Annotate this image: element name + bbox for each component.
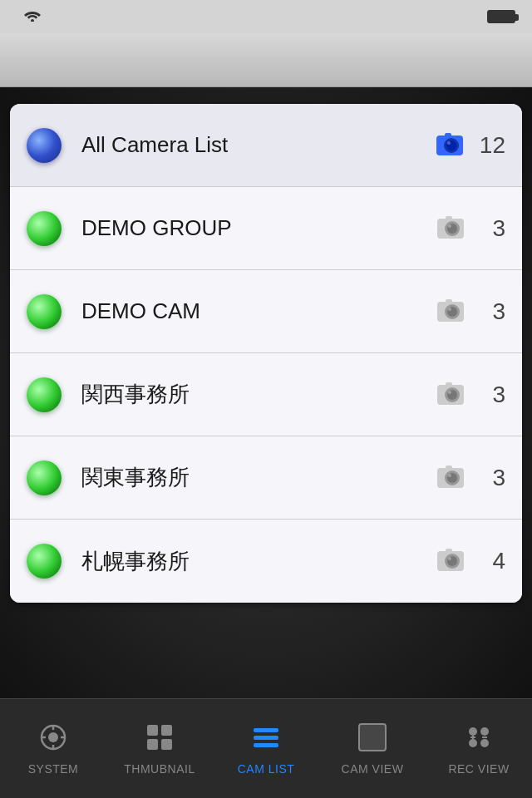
cam-icon-demo-group xyxy=(434,210,470,247)
list-item-demo-group[interactable]: DEMO GROUP 3 xyxy=(10,187,522,270)
item-count-demo-cam: 3 xyxy=(480,298,505,325)
thumbnail-icon xyxy=(144,722,175,757)
recview-icon xyxy=(463,722,495,757)
status-left xyxy=(17,8,42,25)
svg-rect-42 xyxy=(254,736,278,740)
svg-rect-30 xyxy=(446,549,452,553)
tab-bar: SYSTEM THMUBNAIL CAM LIST CAM VIEW REC V… xyxy=(0,698,532,798)
group-list: All Camera List 12DEMO GROUP 3DEMO CAM 3… xyxy=(10,104,522,603)
tab-system[interactable]: SYSTEM xyxy=(0,699,106,798)
svg-point-48 xyxy=(469,739,477,747)
svg-rect-40 xyxy=(161,739,172,750)
svg-rect-39 xyxy=(147,739,158,750)
camlist-icon xyxy=(250,722,282,757)
item-count-all-camera: 12 xyxy=(480,132,505,159)
svg-rect-43 xyxy=(254,743,278,747)
item-count-sapporo: 4 xyxy=(480,548,505,574)
item-label-demo-cam: DEMO CAM xyxy=(81,298,434,324)
item-count-demo-group: 3 xyxy=(480,215,505,242)
svg-point-47 xyxy=(480,727,489,736)
camview-label: CAM VIEW xyxy=(342,762,404,776)
item-label-kansai: 関西事務所 xyxy=(81,380,434,409)
status-dot-sapporo xyxy=(27,544,62,579)
thumbnail-label: THMUBNAIL xyxy=(124,762,195,776)
status-dot-demo-group xyxy=(27,211,62,246)
cam-icon-all-camera xyxy=(433,127,470,164)
wifi-icon xyxy=(23,8,42,25)
item-count-kansai: 3 xyxy=(480,382,505,408)
svg-rect-5 xyxy=(445,133,451,137)
system-icon xyxy=(37,722,69,757)
svg-point-14 xyxy=(448,308,451,311)
tab-thumbnail[interactable]: THMUBNAIL xyxy=(106,699,213,798)
list-item-sapporo[interactable]: 札幌事務所 4 xyxy=(10,520,522,603)
svg-point-46 xyxy=(469,727,477,736)
svg-rect-10 xyxy=(446,216,452,220)
nav-bar xyxy=(0,33,532,87)
svg-rect-25 xyxy=(446,466,452,470)
cam-icon-kanto xyxy=(434,460,470,496)
svg-rect-44 xyxy=(359,724,386,751)
recview-label: REC VIEW xyxy=(448,762,509,776)
status-dot-demo-cam xyxy=(27,294,62,329)
item-label-all-camera: All Camera List xyxy=(81,132,433,158)
svg-point-29 xyxy=(448,557,451,560)
status-dot-kansai xyxy=(27,377,62,412)
svg-rect-15 xyxy=(446,299,452,303)
main-content: All Camera List 12DEMO GROUP 3DEMO CAM 3… xyxy=(0,87,532,698)
system-label: SYSTEM xyxy=(28,762,79,776)
camview-icon xyxy=(357,722,388,757)
list-item-kanto[interactable]: 関東事務所 3 xyxy=(10,436,522,520)
item-label-kanto: 関東事務所 xyxy=(81,463,434,492)
item-label-demo-group: DEMO GROUP xyxy=(81,215,434,241)
tab-camview[interactable]: CAM VIEW xyxy=(319,699,426,798)
cam-icon-kansai xyxy=(434,377,470,413)
svg-point-4 xyxy=(447,141,451,145)
svg-point-9 xyxy=(448,224,451,228)
item-count-kanto: 3 xyxy=(480,465,505,491)
status-bar xyxy=(0,0,532,33)
svg-point-19 xyxy=(448,391,451,394)
svg-point-32 xyxy=(48,732,58,742)
tab-camlist[interactable]: CAM LIST xyxy=(213,699,319,798)
list-item-all-camera[interactable]: All Camera List 12 xyxy=(10,104,522,187)
svg-point-24 xyxy=(448,474,451,477)
battery-icon xyxy=(487,10,515,23)
svg-point-0 xyxy=(31,19,34,22)
svg-rect-38 xyxy=(161,725,172,736)
item-label-sapporo: 札幌事務所 xyxy=(81,547,434,576)
status-dot-kanto xyxy=(27,461,62,495)
svg-rect-41 xyxy=(254,728,278,732)
tab-recview[interactable]: REC VIEW xyxy=(426,699,532,798)
svg-point-49 xyxy=(480,739,489,747)
list-item-demo-cam[interactable]: DEMO CAM 3 xyxy=(10,270,522,353)
cam-icon-demo-cam xyxy=(434,293,470,330)
status-dot-all-camera xyxy=(27,128,62,163)
svg-rect-20 xyxy=(446,382,452,387)
cam-icon-sapporo xyxy=(434,543,470,579)
list-item-kansai[interactable]: 関西事務所 3 xyxy=(10,353,522,436)
camlist-label: CAM LIST xyxy=(238,762,295,776)
svg-rect-37 xyxy=(147,725,158,736)
